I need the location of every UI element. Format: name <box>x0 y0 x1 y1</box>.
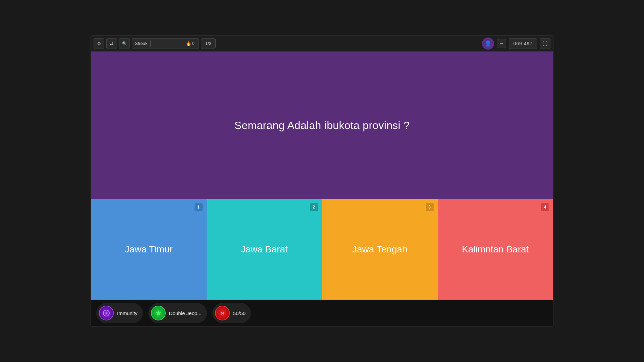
answer-card-2[interactable]: 2 Jawa Barat <box>207 199 322 300</box>
answer-number-4: 4 <box>541 203 549 211</box>
fifty-fifty-label: 50/50 <box>233 310 246 316</box>
fullscreen-button[interactable]: ⛶ <box>540 38 550 49</box>
answer-text-3: Jawa Tengah <box>345 237 414 261</box>
answer-card-1[interactable]: 1 Jawa Timur <box>91 199 207 300</box>
avatar-icon: 👤 <box>485 40 491 47</box>
power-up-immunity[interactable]: Immunity <box>96 303 143 323</box>
minus-button[interactable]: − <box>497 39 506 48</box>
search-button[interactable]: 🔍 <box>119 38 130 49</box>
answer-text-2: Jawa Barat <box>234 237 294 261</box>
immunity-label: Immunity <box>117 310 138 316</box>
app-window: ⚙ ⇄ 🔍 Streak 🔥 0 1/2 👤 − <box>91 35 553 327</box>
streak-divider <box>150 41 151 47</box>
user-avatar: 👤 <box>482 38 494 50</box>
minus-icon: − <box>500 41 503 47</box>
toolbar: ⚙ ⇄ 🔍 Streak 🔥 0 1/2 👤 − <box>91 36 553 52</box>
search-icon: 🔍 <box>122 41 127 46</box>
bottom-bar: Immunity Double Jeop... 50 <box>91 300 553 326</box>
fifty-fifty-icon: 50 <box>215 306 230 320</box>
answer-number-3: 3 <box>426 203 434 211</box>
answer-card-3[interactable]: 3 Jawa Tengah <box>322 199 438 300</box>
page-indicator: 1/2 <box>201 38 216 49</box>
answer-number-2: 2 <box>310 203 318 211</box>
double-jeopardy-icon <box>151 306 166 320</box>
main-content: Semarang Adalah ibukota provinsi ? 1 Jaw… <box>91 52 553 326</box>
fullscreen-icon: ⛶ <box>543 41 547 46</box>
question-area: Semarang Adalah ibukota provinsi ? <box>91 52 553 199</box>
answer-text-4: Kalimntan Barat <box>455 237 535 261</box>
streak-label: Streak <box>135 41 148 46</box>
power-up-fifty-fifty[interactable]: 50 50/50 <box>212 303 251 323</box>
answer-text-1: Jawa Timur <box>118 237 179 261</box>
double-jeopardy-label: Double Jeop... <box>169 310 202 316</box>
shuffle-icon: ⇄ <box>110 41 114 46</box>
streak-divider2 <box>183 41 183 47</box>
question-text: Semarang Adalah ibukota provinsi ? <box>234 119 410 132</box>
fire-count: 0 <box>192 41 195 46</box>
power-up-double-jeopardy[interactable]: Double Jeop... <box>148 303 207 323</box>
user-area: 👤 − 069 497 ⛶ <box>482 38 550 50</box>
answer-card-4[interactable]: 4 Kalimntan Barat <box>438 199 553 300</box>
settings-button[interactable]: ⚙ <box>94 38 104 49</box>
immunity-icon <box>99 306 114 320</box>
svg-text:50: 50 <box>221 312 224 315</box>
settings-icon: ⚙ <box>97 41 101 46</box>
streak-container: Streak 🔥 0 <box>132 38 199 49</box>
score-display: 069 497 <box>509 38 537 49</box>
fire-badge: 🔥 0 <box>186 41 195 46</box>
svg-point-2 <box>106 312 107 314</box>
answer-number-1: 1 <box>195 203 203 211</box>
fire-icon: 🔥 <box>186 41 191 46</box>
answers-row: 1 Jawa Timur 2 Jawa Barat 3 Jawa Tengah … <box>91 199 553 300</box>
shuffle-button[interactable]: ⇄ <box>106 38 117 49</box>
streak-input[interactable] <box>153 41 180 46</box>
